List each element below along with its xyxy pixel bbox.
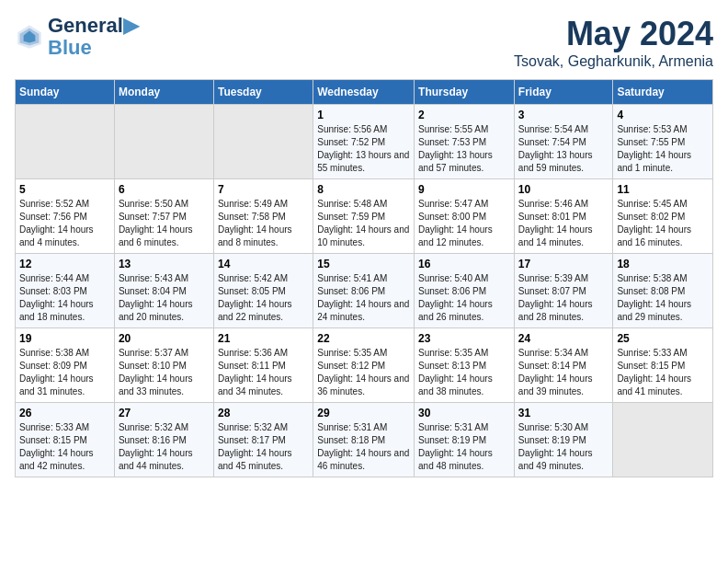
calendar-cell: 22 Sunrise: 5:35 AM Sunset: 8:12 PM Dayl… — [313, 328, 415, 403]
day-number: 6 — [119, 183, 210, 196]
day-number: 4 — [617, 109, 709, 121]
day-info: Sunrise: 5:44 AM Sunset: 8:03 PM Dayligh… — [19, 272, 110, 324]
day-info: Sunrise: 5:30 AM Sunset: 8:19 PM Dayligh… — [518, 421, 609, 473]
calendar-cell: 13 Sunrise: 5:43 AM Sunset: 8:04 PM Dayl… — [114, 254, 213, 328]
calendar-cell — [114, 105, 213, 179]
calendar-week-row: 26 Sunrise: 5:33 AM Sunset: 8:15 PM Dayl… — [16, 403, 713, 477]
calendar-cell: 10 Sunrise: 5:46 AM Sunset: 8:01 PM Dayl… — [514, 179, 613, 254]
weekday-header-cell: Tuesday — [213, 80, 313, 105]
day-number: 3 — [518, 109, 609, 121]
day-info: Sunrise: 5:35 AM Sunset: 8:13 PM Dayligh… — [418, 347, 510, 398]
calendar-cell: 16 Sunrise: 5:40 AM Sunset: 8:06 PM Dayl… — [415, 254, 515, 328]
calendar-week-row: 5 Sunrise: 5:52 AM Sunset: 7:56 PM Dayli… — [16, 179, 713, 254]
calendar-cell: 1 Sunrise: 5:56 AM Sunset: 7:52 PM Dayli… — [313, 105, 415, 179]
day-number: 26 — [19, 407, 110, 419]
location-title: Tsovak, Gegharkunik, Armenia — [514, 53, 713, 70]
calendar-cell — [213, 105, 313, 179]
day-number: 11 — [617, 183, 709, 196]
calendar-cell — [16, 105, 115, 179]
day-number: 13 — [119, 258, 210, 270]
day-info: Sunrise: 5:50 AM Sunset: 7:57 PM Dayligh… — [119, 198, 210, 249]
calendar-cell: 6 Sunrise: 5:50 AM Sunset: 7:57 PM Dayli… — [114, 179, 213, 254]
day-info: Sunrise: 5:48 AM Sunset: 7:59 PM Dayligh… — [317, 198, 410, 249]
calendar-cell: 18 Sunrise: 5:38 AM Sunset: 8:08 PM Dayl… — [613, 254, 713, 328]
day-number: 15 — [317, 258, 410, 270]
day-number: 28 — [218, 407, 309, 419]
calendar-cell: 14 Sunrise: 5:42 AM Sunset: 8:05 PM Dayl… — [213, 254, 313, 328]
day-number: 5 — [19, 183, 110, 196]
day-info: Sunrise: 5:39 AM Sunset: 8:07 PM Dayligh… — [518, 272, 609, 324]
day-number: 7 — [218, 183, 309, 196]
day-info: Sunrise: 5:36 AM Sunset: 8:11 PM Dayligh… — [218, 347, 309, 398]
logo: General▶ Blue — [15, 15, 139, 59]
calendar-week-row: 1 Sunrise: 5:56 AM Sunset: 7:52 PM Dayli… — [16, 105, 713, 179]
calendar-cell: 29 Sunrise: 5:31 AM Sunset: 8:18 PM Dayl… — [313, 403, 415, 477]
calendar-cell: 15 Sunrise: 5:41 AM Sunset: 8:06 PM Dayl… — [313, 254, 415, 328]
day-number: 17 — [518, 258, 609, 270]
day-number: 25 — [617, 332, 709, 345]
day-number: 18 — [617, 258, 709, 270]
day-number: 30 — [418, 407, 510, 419]
day-number: 22 — [317, 332, 410, 345]
day-info: Sunrise: 5:46 AM Sunset: 8:01 PM Dayligh… — [518, 198, 609, 249]
calendar-body: 1 Sunrise: 5:56 AM Sunset: 7:52 PM Dayli… — [16, 105, 713, 477]
day-number: 10 — [518, 183, 609, 196]
calendar-cell: 20 Sunrise: 5:37 AM Sunset: 8:10 PM Dayl… — [114, 328, 213, 403]
day-info: Sunrise: 5:31 AM Sunset: 8:19 PM Dayligh… — [418, 421, 510, 473]
calendar-cell: 28 Sunrise: 5:32 AM Sunset: 8:17 PM Dayl… — [213, 403, 313, 477]
day-info: Sunrise: 5:38 AM Sunset: 8:09 PM Dayligh… — [19, 347, 110, 398]
weekday-header-cell: Saturday — [613, 80, 713, 105]
calendar-cell: 21 Sunrise: 5:36 AM Sunset: 8:11 PM Dayl… — [213, 328, 313, 403]
calendar-cell: 7 Sunrise: 5:49 AM Sunset: 7:58 PM Dayli… — [213, 179, 313, 254]
calendar-cell: 19 Sunrise: 5:38 AM Sunset: 8:09 PM Dayl… — [16, 328, 115, 403]
calendar-table: SundayMondayTuesdayWednesdayThursdayFrid… — [15, 79, 713, 477]
logo-text: General▶ Blue — [48, 15, 139, 59]
day-info: Sunrise: 5:55 AM Sunset: 7:53 PM Dayligh… — [418, 123, 510, 175]
day-info: Sunrise: 5:49 AM Sunset: 7:58 PM Dayligh… — [218, 198, 309, 249]
calendar-cell: 31 Sunrise: 5:30 AM Sunset: 8:19 PM Dayl… — [514, 403, 613, 477]
day-number: 16 — [418, 258, 510, 270]
day-number: 29 — [317, 407, 410, 419]
day-number: 31 — [518, 407, 609, 419]
calendar-cell: 23 Sunrise: 5:35 AM Sunset: 8:13 PM Dayl… — [415, 328, 515, 403]
day-info: Sunrise: 5:31 AM Sunset: 8:18 PM Dayligh… — [317, 421, 410, 473]
day-info: Sunrise: 5:47 AM Sunset: 8:00 PM Dayligh… — [418, 198, 510, 249]
day-info: Sunrise: 5:33 AM Sunset: 8:15 PM Dayligh… — [19, 421, 110, 473]
calendar-cell: 11 Sunrise: 5:45 AM Sunset: 8:02 PM Dayl… — [613, 179, 713, 254]
calendar-cell: 3 Sunrise: 5:54 AM Sunset: 7:54 PM Dayli… — [514, 105, 613, 179]
day-number: 27 — [119, 407, 210, 419]
weekday-header-row: SundayMondayTuesdayWednesdayThursdayFrid… — [16, 80, 713, 105]
calendar-cell: 5 Sunrise: 5:52 AM Sunset: 7:56 PM Dayli… — [16, 179, 115, 254]
calendar-week-row: 19 Sunrise: 5:38 AM Sunset: 8:09 PM Dayl… — [16, 328, 713, 403]
calendar-cell: 2 Sunrise: 5:55 AM Sunset: 7:53 PM Dayli… — [415, 105, 515, 179]
logo-icon — [15, 22, 44, 52]
calendar-cell: 8 Sunrise: 5:48 AM Sunset: 7:59 PM Dayli… — [313, 179, 415, 254]
day-info: Sunrise: 5:34 AM Sunset: 8:14 PM Dayligh… — [518, 347, 609, 398]
day-info: Sunrise: 5:32 AM Sunset: 8:17 PM Dayligh… — [218, 421, 309, 473]
day-number: 1 — [317, 109, 410, 121]
day-info: Sunrise: 5:38 AM Sunset: 8:08 PM Dayligh… — [617, 272, 709, 324]
title-block: May 2024 Tsovak, Gegharkunik, Armenia — [514, 15, 713, 70]
weekday-header-cell: Thursday — [415, 80, 515, 105]
calendar-cell: 30 Sunrise: 5:31 AM Sunset: 8:19 PM Dayl… — [415, 403, 515, 477]
calendar-cell: 25 Sunrise: 5:33 AM Sunset: 8:15 PM Dayl… — [613, 328, 713, 403]
calendar-cell: 4 Sunrise: 5:53 AM Sunset: 7:55 PM Dayli… — [613, 105, 713, 179]
page-header: General▶ Blue May 2024 Tsovak, Gegharkun… — [15, 15, 713, 70]
day-number: 12 — [19, 258, 110, 270]
day-number: 8 — [317, 183, 410, 196]
day-info: Sunrise: 5:54 AM Sunset: 7:54 PM Dayligh… — [518, 123, 609, 175]
day-info: Sunrise: 5:41 AM Sunset: 8:06 PM Dayligh… — [317, 272, 410, 324]
calendar-cell: 26 Sunrise: 5:33 AM Sunset: 8:15 PM Dayl… — [16, 403, 115, 477]
calendar-cell: 12 Sunrise: 5:44 AM Sunset: 8:03 PM Dayl… — [16, 254, 115, 328]
calendar-cell: 9 Sunrise: 5:47 AM Sunset: 8:00 PM Dayli… — [415, 179, 515, 254]
day-info: Sunrise: 5:40 AM Sunset: 8:06 PM Dayligh… — [418, 272, 510, 324]
calendar-week-row: 12 Sunrise: 5:44 AM Sunset: 8:03 PM Dayl… — [16, 254, 713, 328]
day-number: 9 — [418, 183, 510, 196]
day-info: Sunrise: 5:35 AM Sunset: 8:12 PM Dayligh… — [317, 347, 410, 398]
weekday-header-cell: Wednesday — [313, 80, 415, 105]
calendar-cell — [613, 403, 713, 477]
calendar-cell: 27 Sunrise: 5:32 AM Sunset: 8:16 PM Dayl… — [114, 403, 213, 477]
day-number: 23 — [418, 332, 510, 345]
day-info: Sunrise: 5:56 AM Sunset: 7:52 PM Dayligh… — [317, 123, 410, 175]
day-info: Sunrise: 5:52 AM Sunset: 7:56 PM Dayligh… — [19, 198, 110, 249]
